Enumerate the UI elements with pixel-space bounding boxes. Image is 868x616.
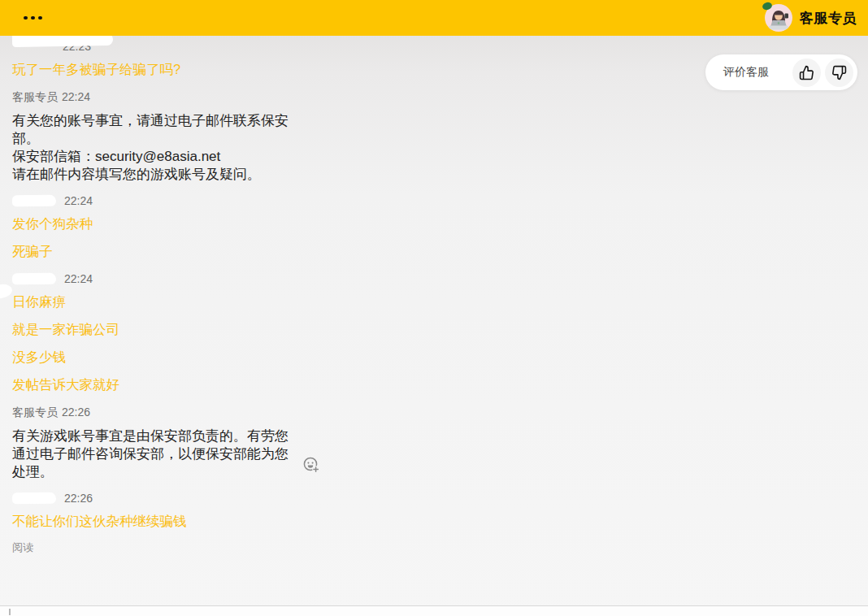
- message-meta: 22:23: [12, 39, 856, 54]
- message-input-area[interactable]: [0, 605, 868, 616]
- timestamp: 22:26: [62, 406, 90, 419]
- thumb-up-icon: [799, 65, 814, 80]
- agent-message: 有关您的账号事宜，请通过电子邮件联系保安部。保安部信箱：security@e8a…: [12, 112, 300, 184]
- redaction-overlay: [12, 36, 113, 47]
- thumb-down-button[interactable]: [825, 59, 853, 87]
- emoji-smile-plus-glyph: [302, 455, 321, 475]
- message-meta: 22:26: [12, 491, 856, 505]
- agent-message-line: 请在邮件内容填写您的游戏账号及疑问。: [12, 166, 300, 184]
- agent-title: 客服专员: [800, 9, 857, 28]
- header-bar: 客服专员: [0, 0, 868, 36]
- agent-message: 有关游戏账号事宜是由保安部负责的。有劳您通过电子邮件咨询保安部，以便保安部能为您…: [12, 427, 300, 481]
- redacted-sender-name: [12, 492, 56, 505]
- thumb-down-icon: [831, 65, 847, 80]
- read-status: 阅读: [12, 541, 856, 554]
- rating-label: 评价客服: [723, 65, 769, 80]
- user-message: 死骗子: [12, 244, 856, 258]
- message-group: 22:26不能让你们这伙杂种继续骗钱阅读: [12, 491, 856, 554]
- agent-message-line: 有关游戏账号事宜是由保安部负责的。有劳您通过电子邮件咨询保安部，以便保安部能为您…: [12, 427, 300, 481]
- message-meta: 客服专员22:24: [12, 89, 856, 104]
- agent-message-line: 保安部信箱：security@e8asia.net: [12, 148, 300, 166]
- message-group: 22:24日你麻痹就是一家诈骗公司没多少钱发帖告诉大家就好: [12, 271, 856, 392]
- input-caret: [9, 609, 11, 615]
- agent-identity: 客服专员: [765, 4, 857, 32]
- sender-name: 客服专员: [12, 90, 58, 103]
- chat-window: 客服专员 评价客服 22:23玩了一年多被骗子给骗了吗?客服专员22:24有关您…: [0, 0, 868, 616]
- timestamp: 22:24: [64, 272, 93, 285]
- timestamp: 22:24: [64, 194, 93, 207]
- more-menu-icon[interactable]: [20, 11, 46, 25]
- chat-scroll-area[interactable]: 22:23玩了一年多被骗子给骗了吗?客服专员22:24有关您的账号事宜，请通过电…: [0, 36, 868, 605]
- emoji-add-icon[interactable]: [302, 455, 321, 479]
- redacted-sender-name: [12, 273, 56, 285]
- user-message: 发你个狗杂种: [12, 216, 856, 231]
- message-group: 客服专员22:24有关您的账号事宜，请通过电子邮件联系保安部。保安部信箱：sec…: [12, 89, 856, 184]
- user-message: 没多少钱: [12, 349, 856, 364]
- user-message: 发帖告诉大家就好: [12, 377, 856, 392]
- redacted-sender-name: [12, 195, 56, 207]
- thumb-up-button[interactable]: [792, 59, 821, 87]
- sender-name: 客服专员: [12, 406, 58, 419]
- user-message: 就是一家诈骗公司: [12, 322, 856, 336]
- user-message: 不能让你们这伙杂种继续骗钱: [12, 514, 856, 528]
- message-meta: 客服专员22:26: [12, 405, 856, 419]
- rating-widget: 评价客服: [705, 54, 857, 90]
- message-meta: 22:24: [12, 193, 856, 208]
- timestamp: 22:24: [62, 90, 90, 103]
- timestamp: 22:26: [64, 492, 93, 505]
- message-group: 22:24发你个狗杂种死骗子: [12, 193, 856, 258]
- agent-message-line: 有关您的账号事宜，请通过电子邮件联系保安部。: [12, 112, 300, 148]
- user-message: 日你麻痹: [12, 294, 856, 309]
- message-meta: 22:24: [12, 271, 856, 286]
- avatar: [765, 4, 792, 32]
- message-group: 客服专员22:26有关游戏账号事宜是由保安部负责的。有劳您通过电子邮件咨询保安部…: [12, 405, 856, 481]
